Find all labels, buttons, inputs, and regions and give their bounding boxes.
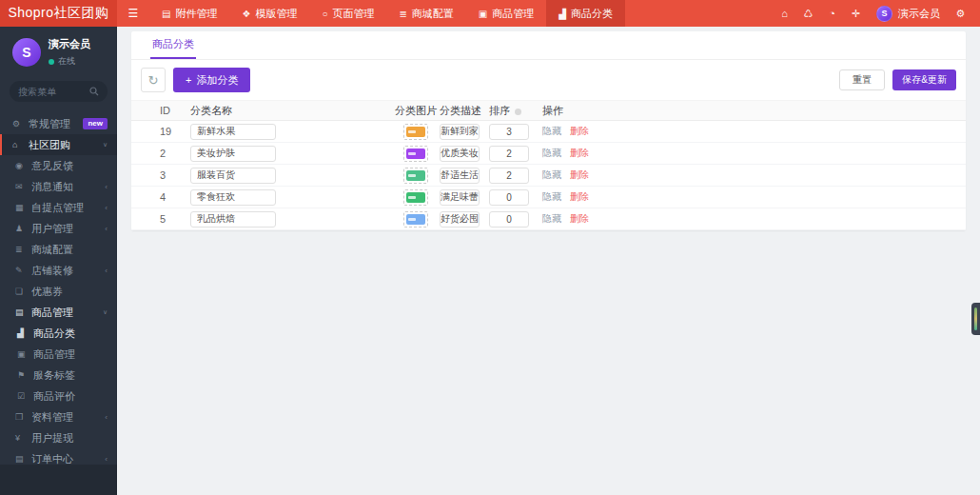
add-category-button[interactable]: + 添加分类 <box>173 68 250 92</box>
theme-widget[interactable] <box>971 303 980 335</box>
category-image[interactable] <box>403 146 428 162</box>
sliders-icon: ≣ <box>15 245 31 254</box>
sort-info-icon[interactable] <box>515 109 521 115</box>
sidebar-item-goods-manage[interactable]: ▣ 商品管理 <box>0 344 117 365</box>
save-update-button[interactable]: 保存&更新 <box>892 69 956 90</box>
category-name-input[interactable] <box>190 211 276 228</box>
hide-link[interactable]: 隐藏 <box>542 148 561 158</box>
category-desc-input[interactable] <box>440 146 480 162</box>
category-image[interactable] <box>403 124 428 140</box>
bag-icon: ▣ <box>17 349 33 359</box>
nav-tab-label: 商品管理 <box>492 7 534 21</box>
sidebar-item-pickup-points[interactable]: ▦ 自提点管理 ‹ <box>0 197 117 218</box>
top-header: Shopro社区团购 ☰ ▤ 附件管理 ❖ 模版管理 ○ 页面管理 ≣ 商城配置… <box>0 0 980 27</box>
nav-tab-goods-manage[interactable]: ▣ 商品管理 <box>466 0 546 27</box>
delete-link[interactable]: 删除 <box>570 191 589 202</box>
sidebar-item-goods-manage-parent[interactable]: ▤ 商品管理 ∨ <box>0 302 117 323</box>
home-icon[interactable]: ⌂ <box>773 8 796 19</box>
bullhorn-icon: ✉ <box>15 182 31 191</box>
category-table: ID 分类名称 分类图片 分类描述 排序 操作 19 隐藏删除 <box>131 100 966 230</box>
sidebar-item-feedback[interactable]: ◉ 意见反馈 <box>0 155 117 176</box>
sort-input[interactable] <box>489 211 529 228</box>
cell-id: 19 <box>131 121 190 143</box>
sidebar-footer[interactable] <box>0 465 117 495</box>
sidebar-item-notifications[interactable]: ✉ 消息通知 ‹ <box>0 176 117 197</box>
hide-link[interactable]: 隐藏 <box>542 213 561 224</box>
category-desc-input[interactable] <box>440 168 480 184</box>
sidebar-item-coupons[interactable]: ❏ 优惠券 <box>0 281 117 302</box>
sidebar-item-data-manage[interactable]: ❒ 资料管理 ‹ <box>0 406 117 427</box>
sidebar-item-service-tags[interactable]: ⚑ 服务标签 <box>0 365 117 386</box>
nav-tab-pages[interactable]: ○ 页面管理 <box>309 0 386 27</box>
gear-icon[interactable]: ⚙ <box>949 8 972 20</box>
cell-id: 3 <box>131 165 190 187</box>
sort-input[interactable] <box>489 189 529 206</box>
hamburger-icon[interactable]: ☰ <box>117 0 149 27</box>
theme-widget-bar <box>974 307 977 330</box>
delete-link[interactable]: 删除 <box>570 169 589 180</box>
category-desc-input[interactable] <box>440 124 480 140</box>
search-input[interactable] <box>18 87 86 97</box>
chart-icon: ▟ <box>17 328 33 338</box>
sidebar: S 演示会员 在线 ⚙ 常规管理 new ⌂ 社区团购 ∨ ◉ 意见反馈 ✉ 消… <box>0 27 117 495</box>
col-header-desc: 分类描述 <box>440 101 489 121</box>
sidebar-item-user-withdraw[interactable]: ¥ 用户提现 <box>0 427 117 448</box>
sidebar-user-panel[interactable]: S 演示会员 在线 <box>0 27 117 75</box>
trash-icon[interactable]: ♺ <box>796 8 820 20</box>
sort-input[interactable] <box>489 146 529 162</box>
user-menu[interactable]: S 演示会员 <box>868 6 949 22</box>
sort-input[interactable] <box>489 168 529 184</box>
table-row: 5 隐藏删除 <box>131 208 966 230</box>
hide-link[interactable]: 隐藏 <box>542 169 561 180</box>
palette-icon: ❖ <box>242 9 250 19</box>
sidebar-item-user-manage[interactable]: ♟ 用户管理 ‹ <box>0 218 117 239</box>
refresh-icon: ↻ <box>148 73 159 88</box>
category-name-input[interactable] <box>190 124 276 140</box>
paintbrush-icon: ✎ <box>15 266 31 275</box>
nav-tab-templates[interactable]: ❖ 模版管理 <box>229 0 309 27</box>
nav-tab-mall-config[interactable]: ≣ 商城配置 <box>386 0 465 27</box>
category-name-input[interactable] <box>190 146 276 162</box>
delete-link[interactable]: 删除 <box>570 148 589 158</box>
category-name-input[interactable] <box>190 168 276 184</box>
sidebar-item-mall-config[interactable]: ≣ 商城配置 <box>0 239 117 260</box>
category-image[interactable] <box>403 168 428 184</box>
category-image[interactable] <box>403 211 428 228</box>
refresh-button[interactable]: ↻ <box>141 68 166 92</box>
file-icon: ▤ <box>15 454 31 464</box>
category-desc-input[interactable] <box>440 211 480 228</box>
hide-link[interactable]: 隐藏 <box>542 126 561 136</box>
category-desc-input[interactable] <box>440 189 480 206</box>
sidebar-item-goods-category[interactable]: ▟ 商品分类 <box>0 323 117 344</box>
delete-link[interactable]: 删除 <box>570 213 589 224</box>
sidebar-item-shop-decorate[interactable]: ✎ 店铺装修 ‹ <box>0 260 117 281</box>
file-icon: ❒ <box>15 412 31 422</box>
history-icon[interactable]: ◔ <box>820 8 844 19</box>
delete-link[interactable]: 删除 <box>570 126 589 136</box>
sidebar-item-general-manage[interactable]: ⚙ 常规管理 new <box>0 113 117 134</box>
nav-tab-label: 模版管理 <box>255 7 297 21</box>
nav-tab-label: 页面管理 <box>332 7 374 21</box>
sidebar-item-goods-review[interactable]: ☑ 商品评价 <box>0 386 117 406</box>
category-image[interactable] <box>403 189 428 206</box>
hide-link[interactable]: 隐藏 <box>542 191 561 202</box>
yen-icon: ¥ <box>15 433 31 443</box>
category-name-input[interactable] <box>190 189 276 206</box>
online-dot-icon <box>49 59 54 65</box>
chevron-left-icon: ‹ <box>105 455 108 463</box>
tab-goods-category[interactable]: 商品分类 <box>150 31 196 59</box>
col-header-id: ID <box>131 101 190 121</box>
header-right: ⌂ ♺ ◔ ✛ S 演示会员 ⚙ <box>773 0 980 27</box>
bag-icon: ▣ <box>479 9 487 19</box>
sort-input[interactable] <box>489 124 529 140</box>
chevron-down-icon: ∨ <box>103 141 108 148</box>
reset-button[interactable]: 重置 <box>839 69 885 90</box>
nav-tab-attachments[interactable]: ▤ 附件管理 <box>149 0 229 27</box>
nav-tab-goods-category[interactable]: ▟ 商品分类 <box>546 0 625 27</box>
cell-id: 4 <box>131 187 190 208</box>
menu-search-box <box>10 81 108 102</box>
chart-icon: ▟ <box>559 9 566 19</box>
new-badge: new <box>83 118 108 129</box>
fullscreen-icon[interactable]: ✛ <box>844 8 868 20</box>
sidebar-item-community-group[interactable]: ⌂ 社区团购 ∨ <box>0 134 117 155</box>
